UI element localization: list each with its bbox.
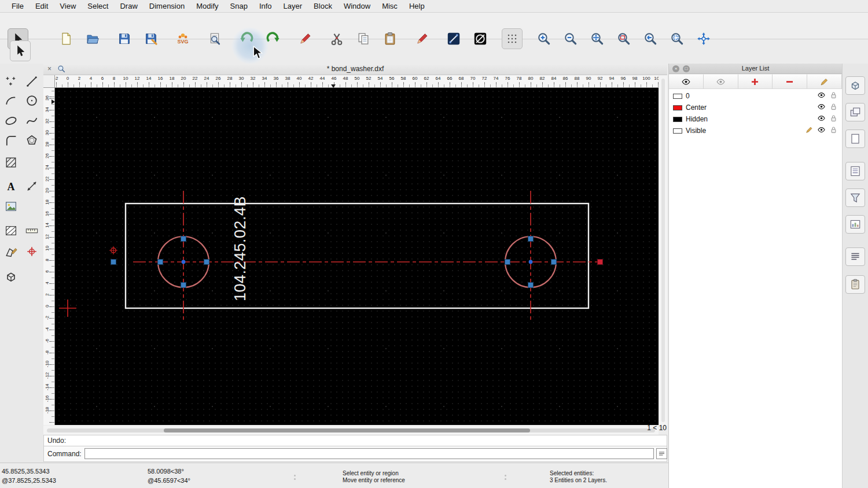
zoom-window-button[interactable] bbox=[667, 28, 687, 49]
text-tool-button[interactable]: A bbox=[1, 176, 21, 196]
ruler-label: 24 bbox=[45, 163, 50, 172]
vertical-scrollbar[interactable] bbox=[659, 75, 667, 426]
hatch-tool-button[interactable] bbox=[1, 153, 21, 172]
zoom-out-button[interactable] bbox=[560, 28, 581, 49]
circle-tool-left-button[interactable] bbox=[22, 91, 42, 110]
layer-row-0[interactable]: 0 bbox=[669, 90, 842, 102]
menu-misc[interactable]: Misc bbox=[376, 0, 403, 13]
attributes-pen-button[interactable] bbox=[411, 28, 432, 49]
block-tool-button[interactable] bbox=[1, 242, 21, 261]
new-document-button[interactable] bbox=[56, 28, 76, 49]
dock-funnel-button[interactable] bbox=[845, 188, 865, 207]
polygon-tool-button[interactable] bbox=[22, 131, 42, 150]
menu-snap[interactable]: Snap bbox=[225, 0, 253, 13]
dock-cube-button[interactable] bbox=[845, 76, 865, 95]
ruler-label: 12 bbox=[45, 232, 50, 242]
snap-marker-tool-button[interactable] bbox=[22, 242, 42, 261]
menu-dimension[interactable]: Dimension bbox=[144, 0, 190, 13]
ruler-label: 8 bbox=[113, 76, 115, 81]
layer-row-center[interactable]: Center bbox=[669, 102, 842, 113]
save-as-button[interactable] bbox=[141, 28, 161, 49]
copy-button[interactable] bbox=[353, 28, 374, 49]
ruler-label: 4 bbox=[45, 279, 50, 288]
layer-row-hidden[interactable]: Hidden bbox=[669, 113, 842, 125]
layer-lock-icon[interactable] bbox=[829, 91, 838, 102]
layer-visibility-eye-icon[interactable] bbox=[817, 91, 826, 102]
zoom-previous-button[interactable] bbox=[640, 28, 661, 49]
layer-visibility-eye-icon[interactable] bbox=[817, 114, 826, 125]
zoom-auto-button[interactable] bbox=[587, 28, 608, 49]
solid-tool-button[interactable] bbox=[1, 267, 21, 287]
menu-select[interactable]: Select bbox=[82, 0, 114, 13]
ruler-label: 34 bbox=[262, 76, 267, 81]
zoom-in-button[interactable] bbox=[534, 28, 554, 49]
layer-visibility-eye-icon[interactable] bbox=[817, 102, 826, 113]
ellipse-tool-button[interactable] bbox=[1, 111, 21, 131]
hatch-pattern-tool-button[interactable] bbox=[1, 221, 21, 241]
ruler-label: -6 bbox=[45, 337, 50, 346]
menu-info[interactable]: Info bbox=[253, 0, 278, 13]
menu-file[interactable]: File bbox=[6, 0, 30, 13]
layer-list-panel: × □ Layer List 0CenterHiddenVisible bbox=[668, 64, 842, 488]
menu-block[interactable]: Block bbox=[308, 0, 338, 13]
open-file-button[interactable] bbox=[82, 28, 103, 49]
image-tool-button[interactable] bbox=[1, 197, 21, 216]
ruler-label: 96 bbox=[621, 76, 626, 81]
point-tool-button[interactable] bbox=[1, 72, 21, 91]
measure-tool-button[interactable] bbox=[22, 221, 42, 241]
zoom-pan-button[interactable] bbox=[693, 28, 714, 49]
ruler-label: 18 bbox=[45, 198, 50, 207]
menu-layer[interactable]: Layer bbox=[278, 0, 308, 13]
line-tool-button[interactable] bbox=[443, 28, 464, 49]
save-button[interactable] bbox=[114, 28, 135, 49]
ruler-label: -16 bbox=[45, 394, 50, 404]
layer-visibility-eye-icon[interactable] bbox=[817, 125, 826, 136]
command-input[interactable] bbox=[84, 448, 654, 459]
selection-pointer-tool-button[interactable] bbox=[10, 40, 31, 61]
remove-layer-button[interactable] bbox=[773, 74, 807, 88]
arc-tool-button[interactable] bbox=[1, 91, 21, 110]
menu-help[interactable]: Help bbox=[403, 0, 431, 13]
menu-edit[interactable]: Edit bbox=[30, 0, 54, 13]
show-all-eye-button[interactable] bbox=[669, 74, 704, 88]
drawing-canvas[interactable]: 104.245.02.4B bbox=[55, 88, 659, 425]
circle-tool-button[interactable] bbox=[470, 28, 491, 49]
print-preview-button[interactable] bbox=[204, 28, 225, 49]
svg-export-button[interactable]: SVG bbox=[172, 28, 193, 49]
layer-lock-icon[interactable] bbox=[829, 114, 838, 125]
layer-lock-icon[interactable] bbox=[829, 125, 838, 136]
edit-layer-button[interactable] bbox=[807, 74, 842, 88]
menu-modify[interactable]: Modify bbox=[190, 0, 224, 13]
keyboard-toggle-button[interactable] bbox=[656, 448, 667, 459]
vscroll-track[interactable] bbox=[661, 79, 665, 422]
menu-window[interactable]: Window bbox=[338, 0, 376, 13]
draw-pen-button[interactable] bbox=[295, 28, 315, 49]
spline-tool-button[interactable] bbox=[22, 111, 42, 131]
dock-layers-button[interactable] bbox=[845, 103, 865, 121]
dimension-tool-button[interactable] bbox=[22, 176, 42, 196]
zoom-selection-button[interactable] bbox=[613, 28, 634, 49]
cut-button[interactable] bbox=[326, 28, 347, 49]
dock-lines-button[interactable] bbox=[845, 247, 865, 266]
layer-edit-pen-icon[interactable] bbox=[805, 125, 814, 136]
horizontal-scrollbar[interactable] bbox=[43, 426, 659, 435]
absolute-coordinates: 45.8525,35.5343 bbox=[2, 467, 56, 476]
dock-list-button[interactable] bbox=[845, 162, 865, 180]
hscroll-thumb[interactable] bbox=[164, 428, 530, 432]
grid-toggle-button[interactable] bbox=[502, 28, 523, 49]
redo-button[interactable] bbox=[263, 28, 284, 49]
ruler-label: 30 bbox=[45, 128, 50, 138]
dock-page-button[interactable] bbox=[845, 130, 865, 148]
hide-all-eye-button[interactable] bbox=[704, 74, 738, 88]
paste-button[interactable] bbox=[380, 28, 400, 49]
add-layer-button[interactable] bbox=[738, 74, 773, 88]
dock-gallery-button[interactable] bbox=[845, 215, 865, 234]
layer-lock-icon[interactable] bbox=[829, 102, 838, 113]
line-tool-left-button[interactable] bbox=[22, 72, 42, 91]
menu-view[interactable]: View bbox=[54, 0, 82, 13]
relative-coordinates: @37.8525,25.5343 bbox=[2, 476, 56, 485]
dock-clipboard-button[interactable] bbox=[845, 275, 865, 294]
menu-draw[interactable]: Draw bbox=[114, 0, 143, 13]
layer-row-visible[interactable]: Visible bbox=[669, 125, 842, 136]
fillet-tool-button[interactable] bbox=[1, 131, 21, 150]
